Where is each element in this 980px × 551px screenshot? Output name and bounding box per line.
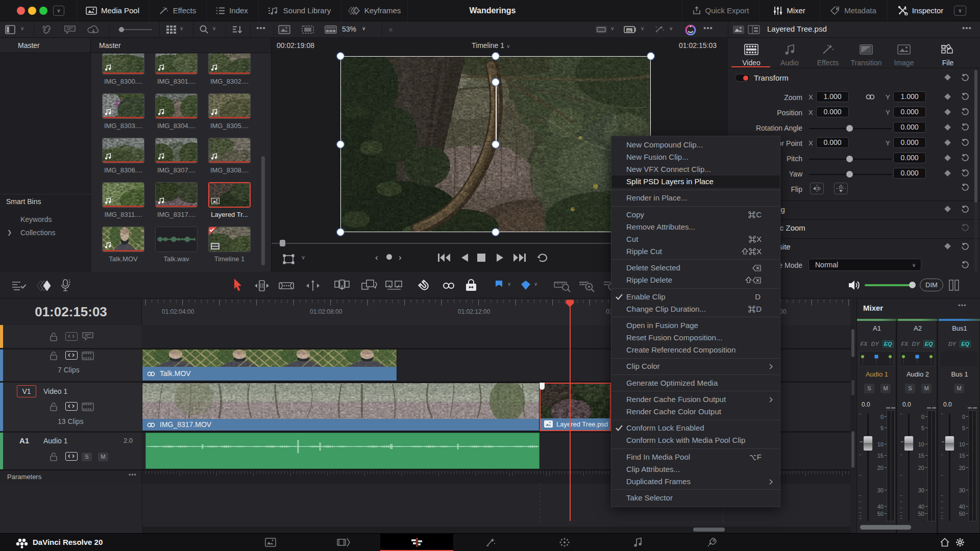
- svg-text:HQ: HQ: [627, 29, 631, 32]
